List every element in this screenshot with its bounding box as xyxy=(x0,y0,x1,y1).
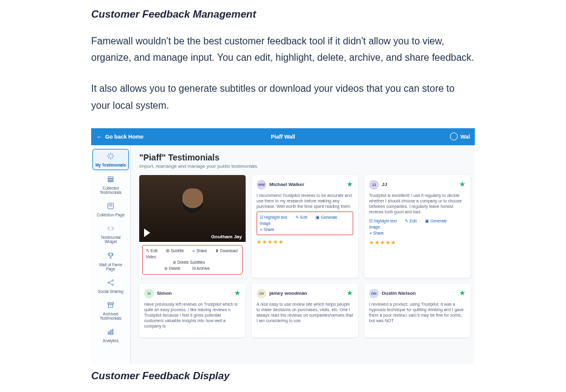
svg-rect-19 xyxy=(112,329,113,334)
svg-rect-17 xyxy=(108,332,109,334)
svg-rect-6 xyxy=(109,253,112,256)
avatar: SI xyxy=(144,289,154,298)
highlight-text-action[interactable]: ☷ Highlight text xyxy=(369,219,400,223)
topbar-right-group[interactable]: Wal xyxy=(450,132,470,140)
svg-point-10 xyxy=(112,280,113,281)
card-actions-box: ☷ Highlight text ✎ Edit ▣ Generate Image… xyxy=(257,211,353,235)
svg-point-11 xyxy=(112,284,113,285)
edit-action[interactable]: ✎ Edit xyxy=(405,219,420,223)
sidebar-item-testimonial-widget[interactable]: Testimonial Widget xyxy=(93,222,128,246)
testimonial-card[interactable]: ★ SI Simon Have previously left reviews … xyxy=(139,284,246,337)
app-topbar: ← Go back Home Piaff Wall Wal xyxy=(91,128,475,145)
avatar: DN xyxy=(369,289,379,298)
author-name: Simon xyxy=(157,291,171,296)
svg-line-13 xyxy=(109,283,112,284)
sidebar-label: Collection Page xyxy=(97,213,125,217)
section-heading: Customer Feedback Management xyxy=(91,9,475,21)
page-subtitle: Import, rearrange and manage your public… xyxy=(139,163,466,169)
highlight-text-action[interactable]: ☷ Highlight text xyxy=(260,215,291,219)
play-icon xyxy=(144,229,150,237)
testimonial-text: A nice easy to use review site which hel… xyxy=(257,301,353,323)
go-back-home-label: Go back Home xyxy=(105,134,143,140)
svg-rect-1 xyxy=(108,179,113,180)
sidebar-item-archived-testimonials[interactable]: Archived Testimonials xyxy=(93,298,128,323)
share-action[interactable]: ∝ Share xyxy=(260,227,278,232)
share-icon xyxy=(106,278,115,287)
testimonial-text: Have previously left reviews on Trustpil… xyxy=(144,301,241,329)
topbar-right-label: Wal xyxy=(460,134,470,140)
sidebar-item-social-sharing[interactable]: Social Sharing xyxy=(93,276,128,296)
video-thumbnail[interactable]: Goutham Jay xyxy=(139,175,246,242)
subtitle-action[interactable]: ⊞ Subtitle xyxy=(166,249,188,253)
sidebar-label: My Testimonials xyxy=(95,163,126,167)
delete-action[interactable]: ⊘ Delete xyxy=(164,266,184,270)
app-screenshot: ← Go back Home Piaff Wall Wal My Testimo… xyxy=(91,128,475,364)
author-name: jamey woodman xyxy=(269,291,307,296)
testimonial-text: I recommend Trustpilot reviews to be acc… xyxy=(257,193,353,209)
sidebar-item-collection-page[interactable]: Collection Page xyxy=(93,199,128,219)
image-caption: Customer Feedback Display xyxy=(91,370,475,382)
star-icon: ★ xyxy=(347,180,353,188)
svg-rect-18 xyxy=(110,331,111,334)
star-icon: ★ xyxy=(459,180,466,188)
trophy-icon xyxy=(106,252,115,260)
author-name: JJ xyxy=(382,182,387,187)
testimonial-text: Trustpilot is excellent! I use it regula… xyxy=(369,193,466,215)
avatar: MW xyxy=(257,180,266,190)
sidebar-label: Analytics xyxy=(103,339,119,343)
page-icon xyxy=(106,202,115,210)
archive-icon xyxy=(106,301,115,309)
sidebar-item-collected-testimonials[interactable]: Collected Testimonials xyxy=(93,173,128,197)
avatar: JW xyxy=(257,289,266,298)
article-paragraph-1: Famewall wouldn't be the best customer f… xyxy=(91,33,475,66)
svg-rect-2 xyxy=(108,181,113,182)
archive-action[interactable]: ☒ Archive xyxy=(192,266,213,270)
back-arrow-icon: ← xyxy=(96,133,103,140)
star-rating: ★★★★★ xyxy=(257,239,353,245)
settings-icon xyxy=(450,132,458,140)
sidebar-label: Archived Testimonials xyxy=(100,312,122,320)
wall-title: Piaff Wall xyxy=(91,134,475,140)
analytics-icon xyxy=(106,328,115,336)
sidebar-label: Wall of Fame Page xyxy=(99,263,122,271)
testimonial-text: I reviewed a product, using Trustpilot, … xyxy=(369,301,466,323)
go-back-home-link[interactable]: ← Go back Home xyxy=(96,133,143,140)
sidebar: My Testimonials Collected Testimonials C… xyxy=(91,145,131,364)
sparkle-icon xyxy=(106,152,115,160)
star-icon: ★ xyxy=(347,289,353,297)
sidebar-label: Social Sharing xyxy=(98,289,123,294)
main-panel: "Piaff" Testimonials Import, rearrange a… xyxy=(131,145,475,364)
edit-action[interactable]: ✎ Edit xyxy=(146,249,161,253)
edit-action[interactable]: ✎ Edit xyxy=(295,215,311,219)
card-actions-row: ☷ Highlight text ✎ Edit ▣ Generate Image… xyxy=(369,218,466,236)
share-action[interactable]: ∝ Share xyxy=(369,231,387,235)
author-name: Dustin Nielson xyxy=(382,291,416,296)
code-icon xyxy=(106,224,115,233)
stack-icon xyxy=(106,175,115,184)
sidebar-item-wall-of-fame[interactable]: Wall of Fame Page xyxy=(93,249,128,273)
page-title: "Piaff" Testimonials xyxy=(139,153,466,162)
sidebar-label: Testimonial Widget xyxy=(101,235,121,244)
avatar: JJ xyxy=(369,180,379,190)
testimonial-card[interactable]: ★ MW Michael Walker I recommend Trustpil… xyxy=(252,175,358,278)
video-actions-box: ✎ Edit ⊞ Subtitle ∝ Share ⬇ Download Vid… xyxy=(142,245,243,275)
testimonial-video-card[interactable]: Goutham Jay ✎ Edit ⊞ Subtitle ∝ Share ⬇ … xyxy=(139,175,246,278)
testimonial-card[interactable]: ★ JJ JJ Trustpilot is excellent! I use i… xyxy=(364,175,471,278)
svg-line-12 xyxy=(109,281,112,282)
star-icon: ★ xyxy=(234,289,241,297)
article-paragraph-2: It also allows you to generate subtitles… xyxy=(91,80,475,113)
delete-subtitles-action[interactable]: ⊘ Delete Subtitles xyxy=(146,260,235,266)
star-icon: ★ xyxy=(459,289,466,297)
testimonial-card[interactable]: ★ DN Dustin Nielson I reviewed a product… xyxy=(364,284,471,337)
sidebar-item-analytics[interactable]: Analytics xyxy=(93,325,128,345)
author-name: Michael Walker xyxy=(269,182,305,187)
share-action[interactable]: ∝ Share xyxy=(192,249,210,253)
svg-rect-15 xyxy=(109,304,113,308)
star-rating: ★★★★★ xyxy=(369,239,466,246)
testimonial-card[interactable]: ★ JW jamey woodman A nice easy to use re… xyxy=(252,284,358,337)
video-author: Goutham Jay xyxy=(211,234,242,239)
sidebar-label: Collected Testimonials xyxy=(100,186,122,194)
svg-rect-0 xyxy=(108,177,113,178)
svg-point-9 xyxy=(108,282,109,283)
sidebar-item-my-testimonials[interactable]: My Testimonials xyxy=(92,149,129,170)
